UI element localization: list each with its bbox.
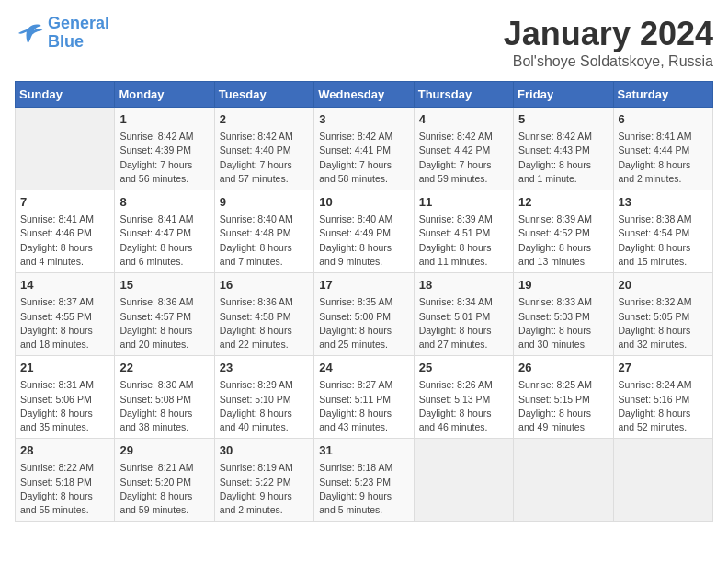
day-number: 14 [20,277,109,293]
day-number: 10 [319,194,408,211]
page-header: General Blue January 2024 Bol'shoye Sold… [15,15,713,70]
day-info: Sunrise: 8:38 AM Sunset: 4:54 PM Dayligh… [619,213,708,269]
day-number: 13 [619,194,708,211]
calendar-cell: 5Sunrise: 8:42 AM Sunset: 4:43 PM Daylig… [514,108,613,190]
day-info: Sunrise: 8:29 AM Sunset: 5:10 PM Dayligh… [220,378,309,434]
header-day-sunday: Sunday [16,82,115,108]
day-number: 22 [119,360,209,376]
calendar-cell: 28Sunrise: 8:22 AM Sunset: 5:18 PM Dayli… [16,439,115,522]
location: Bol'shoye Soldatskoye, Russia [504,53,713,70]
day-number: 4 [419,111,508,128]
calendar-cell: 6Sunrise: 8:41 AM Sunset: 4:44 PM Daylig… [613,108,712,190]
day-info: Sunrise: 8:36 AM Sunset: 4:58 PM Dayligh… [220,295,309,351]
logo: General Blue [15,15,109,52]
day-number: 16 [220,277,309,293]
day-info: Sunrise: 8:18 AM Sunset: 5:23 PM Dayligh… [319,461,408,517]
calendar-cell: 31Sunrise: 8:18 AM Sunset: 5:23 PM Dayli… [314,439,414,522]
day-number: 15 [119,277,209,293]
day-number: 6 [619,111,708,128]
header-day-wednesday: Wednesday [314,82,414,108]
day-number: 11 [419,194,508,211]
day-info: Sunrise: 8:24 AM Sunset: 5:16 PM Dayligh… [619,378,708,434]
calendar-cell: 2Sunrise: 8:42 AM Sunset: 4:40 PM Daylig… [214,108,313,190]
month-title: January 2024 [504,15,713,53]
day-info: Sunrise: 8:42 AM Sunset: 4:40 PM Dayligh… [220,130,309,186]
header-day-tuesday: Tuesday [214,82,313,108]
header-day-friday: Friday [514,82,613,108]
day-info: Sunrise: 8:39 AM Sunset: 4:52 PM Dayligh… [518,213,608,269]
header-day-saturday: Saturday [613,82,712,108]
calendar-cell: 25Sunrise: 8:26 AM Sunset: 5:13 PM Dayli… [414,356,513,439]
day-info: Sunrise: 8:26 AM Sunset: 5:13 PM Dayligh… [419,378,508,434]
calendar-body: 1Sunrise: 8:42 AM Sunset: 4:39 PM Daylig… [16,108,713,522]
day-number: 25 [419,360,508,376]
day-number: 31 [319,442,408,459]
day-number: 29 [119,442,209,459]
calendar-cell: 21Sunrise: 8:31 AM Sunset: 5:06 PM Dayli… [16,356,115,439]
calendar-cell: 15Sunrise: 8:36 AM Sunset: 4:57 PM Dayli… [115,273,214,356]
calendar-table: SundayMondayTuesdayWednesdayThursdayFrid… [15,81,713,522]
day-info: Sunrise: 8:36 AM Sunset: 4:57 PM Dayligh… [119,295,209,351]
day-number: 28 [20,442,109,459]
calendar-cell: 7Sunrise: 8:41 AM Sunset: 4:46 PM Daylig… [16,190,115,273]
day-info: Sunrise: 8:25 AM Sunset: 5:15 PM Dayligh… [518,378,608,434]
week-row-3: 14Sunrise: 8:37 AM Sunset: 4:55 PM Dayli… [16,273,713,356]
calendar-cell: 27Sunrise: 8:24 AM Sunset: 5:16 PM Dayli… [613,356,712,439]
day-number: 7 [20,194,109,211]
day-info: Sunrise: 8:32 AM Sunset: 5:05 PM Dayligh… [619,295,708,351]
day-info: Sunrise: 8:19 AM Sunset: 5:22 PM Dayligh… [220,461,309,517]
day-info: Sunrise: 8:41 AM Sunset: 4:46 PM Dayligh… [20,213,109,269]
day-number: 17 [319,277,408,293]
calendar-cell: 18Sunrise: 8:34 AM Sunset: 5:01 PM Dayli… [414,273,513,356]
day-info: Sunrise: 8:41 AM Sunset: 4:44 PM Dayligh… [619,130,708,186]
day-info: Sunrise: 8:22 AM Sunset: 5:18 PM Dayligh… [20,461,109,517]
calendar-cell: 24Sunrise: 8:27 AM Sunset: 5:11 PM Dayli… [314,356,414,439]
day-number: 20 [619,277,708,293]
day-info: Sunrise: 8:35 AM Sunset: 5:00 PM Dayligh… [319,295,408,351]
day-info: Sunrise: 8:27 AM Sunset: 5:11 PM Dayligh… [319,378,408,434]
logo-bird-icon [15,20,44,46]
day-number: 2 [220,111,309,128]
day-number: 9 [220,194,309,211]
day-number: 12 [518,194,608,211]
calendar-cell: 17Sunrise: 8:35 AM Sunset: 5:00 PM Dayli… [314,273,414,356]
calendar-cell: 8Sunrise: 8:41 AM Sunset: 4:47 PM Daylig… [115,190,214,273]
header-day-monday: Monday [115,82,214,108]
calendar-cell [414,439,513,522]
day-info: Sunrise: 8:33 AM Sunset: 5:03 PM Dayligh… [518,295,608,351]
day-number: 27 [619,360,708,376]
calendar-cell: 16Sunrise: 8:36 AM Sunset: 4:58 PM Dayli… [214,273,313,356]
calendar-cell: 1Sunrise: 8:42 AM Sunset: 4:39 PM Daylig… [115,108,214,190]
calendar-cell: 26Sunrise: 8:25 AM Sunset: 5:15 PM Dayli… [514,356,613,439]
calendar-cell: 22Sunrise: 8:30 AM Sunset: 5:08 PM Dayli… [115,356,214,439]
calendar-cell: 10Sunrise: 8:40 AM Sunset: 4:49 PM Dayli… [314,190,414,273]
day-info: Sunrise: 8:37 AM Sunset: 4:55 PM Dayligh… [20,295,109,351]
calendar-header: SundayMondayTuesdayWednesdayThursdayFrid… [16,82,713,108]
logo-blue: Blue [48,32,84,51]
calendar-cell: 29Sunrise: 8:21 AM Sunset: 5:20 PM Dayli… [115,439,214,522]
week-row-1: 1Sunrise: 8:42 AM Sunset: 4:39 PM Daylig… [16,108,713,190]
week-row-4: 21Sunrise: 8:31 AM Sunset: 5:06 PM Dayli… [16,356,713,439]
calendar-cell: 4Sunrise: 8:42 AM Sunset: 4:42 PM Daylig… [414,108,513,190]
day-info: Sunrise: 8:30 AM Sunset: 5:08 PM Dayligh… [119,378,209,434]
header-row: SundayMondayTuesdayWednesdayThursdayFrid… [16,82,713,108]
calendar-cell [16,108,115,190]
title-block: January 2024 Bol'shoye Soldatskoye, Russ… [504,15,713,70]
day-info: Sunrise: 8:21 AM Sunset: 5:20 PM Dayligh… [119,461,209,517]
calendar-cell: 9Sunrise: 8:40 AM Sunset: 4:48 PM Daylig… [214,190,313,273]
calendar-cell: 12Sunrise: 8:39 AM Sunset: 4:52 PM Dayli… [514,190,613,273]
day-number: 30 [220,442,309,459]
calendar-cell [613,439,712,522]
calendar-cell: 30Sunrise: 8:19 AM Sunset: 5:22 PM Dayli… [214,439,313,522]
week-row-5: 28Sunrise: 8:22 AM Sunset: 5:18 PM Dayli… [16,439,713,522]
logo-text: General Blue [48,15,109,52]
calendar-cell: 14Sunrise: 8:37 AM Sunset: 4:55 PM Dayli… [16,273,115,356]
day-number: 24 [319,360,408,376]
day-number: 19 [518,277,608,293]
calendar-cell [514,439,613,522]
day-number: 26 [518,360,608,376]
day-info: Sunrise: 8:39 AM Sunset: 4:51 PM Dayligh… [419,213,508,269]
day-number: 5 [518,111,608,128]
week-row-2: 7Sunrise: 8:41 AM Sunset: 4:46 PM Daylig… [16,190,713,273]
calendar-cell: 11Sunrise: 8:39 AM Sunset: 4:51 PM Dayli… [414,190,513,273]
